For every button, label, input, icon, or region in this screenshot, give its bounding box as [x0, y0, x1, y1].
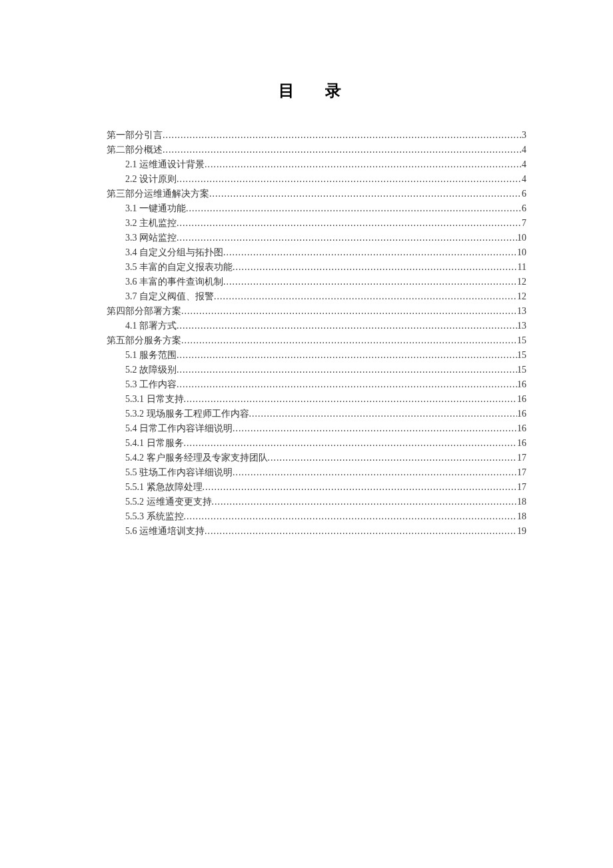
toc-entry-label: 3.7 自定义阀值、报警 [125, 289, 214, 303]
toc-entry-dots [177, 231, 517, 245]
toc-entry-label: 5.3.2 现场服务工程师工作内容 [125, 407, 249, 421]
toc-entry: 3.3 网站监控 10 [107, 231, 526, 245]
toc-entry-page: 18 [517, 509, 526, 523]
toc-entry: 3.6 丰富的事件查询机制 12 [107, 275, 526, 289]
toc-entry-dots [233, 465, 517, 479]
toc-entry-page: 13 [517, 304, 526, 318]
toc-entry-page: 16 [517, 407, 526, 421]
toc-entry-label: 第五部分服务方案 [107, 333, 181, 347]
toc-entry-page: 3 [522, 128, 526, 142]
toc-entry-page: 15 [517, 333, 526, 347]
toc-entry-page: 12 [517, 275, 526, 289]
toc-entry-label: 3.6 丰富的事件查询机制 [125, 275, 223, 289]
toc-entry-label: 5.5.1 紧急故障处理 [125, 480, 203, 494]
toc-entry: 5.6 运维通培训支持 19 [107, 524, 526, 538]
toc-entry-page: 6 [522, 201, 526, 215]
toc-entry-dots [181, 333, 517, 347]
toc-entry-label: 4.1 部署方式 [125, 319, 177, 333]
toc-entry-page: 10 [517, 231, 526, 245]
toc-entry-page: 4 [522, 157, 526, 171]
toc-entry-dots [233, 421, 517, 435]
toc-entry-dots [205, 157, 522, 171]
toc-entry-dots [163, 143, 522, 157]
toc-entry: 5.1 服务范围 15 [107, 348, 526, 362]
toc-entry-label: 5.2 故障级别 [125, 363, 177, 377]
toc-entry-label: 3.4 自定义分组与拓扑图 [125, 245, 223, 259]
toc-entry: 5.2 故障级别 15 [107, 363, 526, 377]
toc-entry-dots [184, 509, 518, 523]
toc-entry-page: 13 [517, 319, 526, 333]
toc-entry-page: 11 [518, 260, 526, 274]
toc-entry: 3.4 自定义分组与拓扑图 10 [107, 245, 526, 259]
toc-entry-dots [177, 172, 522, 186]
toc-entry-page: 17 [517, 465, 526, 479]
toc-entry-page: 18 [517, 495, 526, 509]
toc-entry-label: 2.1 运维通设计背景 [125, 157, 205, 171]
toc-entry-dots [163, 128, 522, 142]
toc-entry: 3.1 一键通功能 6 [107, 201, 526, 215]
toc-entry: 3.7 自定义阀值、报警 12 [107, 289, 526, 303]
toc-entry-dots [177, 348, 517, 362]
toc-entry-dots [184, 436, 518, 450]
toc-entry-page: 15 [517, 363, 526, 377]
toc-entry-dots [203, 480, 518, 494]
toc-entry-dots [186, 201, 522, 215]
toc-entry: 第二部分概述 4 [107, 143, 526, 157]
toc-entry-label: 5.1 服务范围 [125, 348, 177, 362]
table-of-contents: 第一部分引言 3第二部分概述 42.1 运维通设计背景 42.2 设计原则 4第… [107, 128, 526, 538]
toc-entry-label: 2.2 设计原则 [125, 172, 177, 186]
toc-entry-label: 5.4.2 客户服务经理及专家支持团队 [125, 451, 268, 465]
toc-entry-dots [177, 216, 522, 230]
toc-entry-page: 10 [517, 245, 526, 259]
toc-entry-label: 5.6 运维通培训支持 [125, 524, 205, 538]
toc-entry-dots [184, 392, 518, 406]
toc-entry: 3.5 丰富的自定义报表功能 11 [107, 260, 526, 274]
toc-entry: 2.2 设计原则 4 [107, 172, 526, 186]
toc-entry-page: 6 [522, 187, 526, 201]
toc-entry-label: 3.3 网站监控 [125, 231, 177, 245]
toc-entry-dots [181, 304, 517, 318]
toc-entry-page: 17 [517, 480, 526, 494]
toc-entry: 5.4.1 日常服务 16 [107, 436, 526, 450]
toc-title: 目 录 [107, 80, 526, 101]
toc-entry-page: 16 [517, 436, 526, 450]
toc-entry-page: 12 [517, 289, 526, 303]
toc-entry-dots [249, 407, 518, 421]
toc-entry-dots [212, 495, 518, 509]
toc-entry-label: 3.2 主机监控 [125, 216, 177, 230]
toc-entry-dots [233, 260, 518, 274]
toc-entry-page: 16 [517, 392, 526, 406]
toc-entry: 5.3.1 日常支持 16 [107, 392, 526, 406]
toc-entry: 第四部分部署方案 13 [107, 304, 526, 318]
toc-entry: 第一部分引言 3 [107, 128, 526, 142]
toc-entry-dots [223, 245, 517, 259]
toc-entry-dots [205, 524, 517, 538]
toc-entry: 5.3 工作内容 16 [107, 377, 526, 391]
toc-entry: 第五部分服务方案 15 [107, 333, 526, 347]
toc-entry: 第三部分运维通解决方案 6 [107, 187, 526, 201]
toc-entry: 2.1 运维通设计背景 4 [107, 157, 526, 171]
toc-entry-page: 19 [517, 524, 526, 538]
toc-entry-label: 5.5 驻场工作内容详细说明 [125, 465, 233, 479]
toc-entry: 5.4.2 客户服务经理及专家支持团队 17 [107, 451, 526, 465]
toc-entry-page: 16 [517, 421, 526, 435]
toc-entry-label: 3.1 一键通功能 [125, 201, 186, 215]
toc-entry-dots [209, 187, 522, 201]
toc-entry-label: 3.5 丰富的自定义报表功能 [125, 260, 233, 274]
toc-entry-dots [268, 451, 518, 465]
toc-entry: 5.5.1 紧急故障处理 17 [107, 480, 526, 494]
toc-entry-label: 5.5.2 运维通变更支持 [125, 495, 212, 509]
toc-entry: 5.3.2 现场服务工程师工作内容 16 [107, 407, 526, 421]
toc-entry-label: 5.3.1 日常支持 [125, 392, 184, 406]
toc-entry-page: 16 [517, 377, 526, 391]
toc-entry-label: 5.3 工作内容 [125, 377, 177, 391]
toc-entry: 5.5.3 系统监控 18 [107, 509, 526, 523]
toc-entry-label: 5.4.1 日常服务 [125, 436, 184, 450]
toc-entry-label: 第二部分概述 [107, 143, 163, 157]
toc-entry: 5.5 驻场工作内容详细说明 17 [107, 465, 526, 479]
toc-entry-dots [177, 377, 517, 391]
toc-entry-label: 第三部分运维通解决方案 [107, 187, 209, 201]
toc-entry-page: 17 [517, 451, 526, 465]
toc-entry-dots [177, 363, 517, 377]
toc-entry-label: 5.5.3 系统监控 [125, 509, 184, 523]
